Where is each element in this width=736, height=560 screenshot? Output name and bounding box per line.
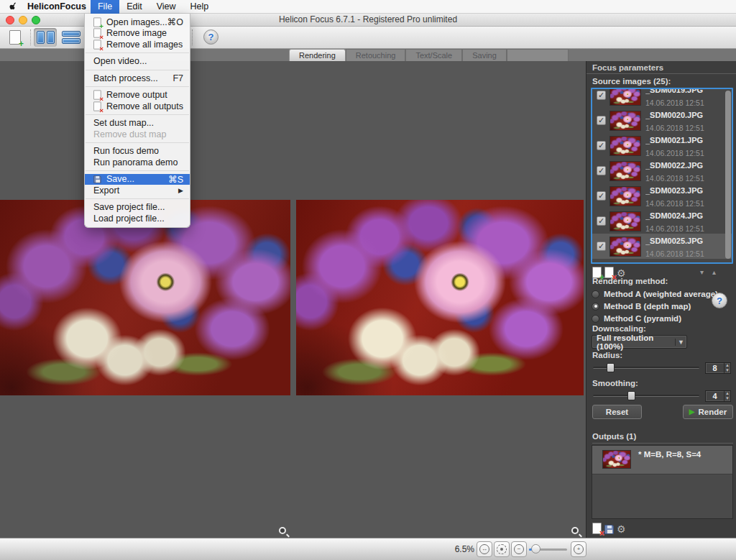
spin-up-icon[interactable]: ▲ (724, 391, 730, 396)
checkbox-checked[interactable]: ✓ (597, 166, 606, 175)
menu-item-run-panorama-demo[interactable]: Run panorama demo (85, 157, 190, 168)
gear-icon[interactable]: ⚙ (617, 524, 626, 534)
source-image-row[interactable]: ✓ _SDM0021.JPG 14.06.2018 12:51 (592, 133, 732, 158)
tab-rendering[interactable]: Rendering (289, 49, 346, 61)
save-icon (93, 175, 101, 183)
source-image-row-selected[interactable]: ✓ _SDM0025.JPG 14.06.2018 12:51 (592, 234, 732, 259)
image-date: 14.06.2018 12:51 (645, 224, 704, 233)
menu-item-open-video[interactable]: Open video... (85, 56, 190, 68)
layout-rows-button[interactable] (60, 28, 83, 47)
menu-item-run-focus-demo[interactable]: Run focus demo (85, 146, 190, 157)
checkbox-checked[interactable]: ✓ (597, 141, 606, 150)
checkbox-checked[interactable]: ✓ (597, 91, 606, 100)
source-image-row[interactable]: ✓ _SDM0019.JPG 14.06.2018 12:51 (592, 88, 732, 108)
two-columns-icon (37, 31, 55, 44)
menu-view[interactable]: View (150, 0, 183, 14)
checkbox-checked[interactable]: ✓ (597, 216, 606, 226)
spin-up-icon[interactable]: ▲ (724, 363, 730, 368)
menu-item-export[interactable]: Export ▶ (85, 185, 190, 196)
zoom-out-button[interactable]: − (511, 541, 527, 557)
menu-app-name[interactable]: HeliconFocus (27, 1, 86, 12)
apple-menu-icon[interactable] (9, 1, 19, 12)
menu-separator (86, 198, 189, 199)
layout-columns-button[interactable] (34, 28, 57, 47)
render-button[interactable]: ▶ Render (683, 405, 733, 419)
source-images-list[interactable]: ✓ _SDM0019.JPG 14.06.2018 12:51 ✓ _SDM00… (591, 88, 733, 264)
result-image-view[interactable] (296, 200, 584, 395)
source-image-row[interactable]: ✓ _SDM0024.JPG 14.06.2018 12:51 (592, 208, 732, 234)
menu-bar: HeliconFocus File Edit View Help (0, 0, 736, 14)
method-a-radio[interactable]: Method A (weighted average) (592, 289, 718, 299)
save-output-icon[interactable] (604, 525, 614, 534)
submenu-arrow-icon: ▶ (178, 187, 183, 194)
spin-down-icon[interactable]: ▼ (724, 396, 730, 401)
menu-edit[interactable]: Edit (119, 0, 150, 14)
image-date: 14.06.2018 12:51 (645, 98, 704, 107)
smoothing-label: Smoothing: (592, 379, 638, 387)
rendering-method-label: Rendering method: (592, 277, 668, 285)
menu-help[interactable]: Help (183, 0, 216, 14)
image-thumbnail (610, 88, 641, 106)
chevron-down-icon[interactable]: ▾ (700, 269, 704, 276)
select-arrow-icon[interactable]: ▼ (675, 339, 686, 346)
smoothing-slider-thumb[interactable] (627, 391, 635, 400)
menu-item-remove-all-images[interactable]: Remove all images (85, 39, 190, 50)
zoom-in-button[interactable]: + (571, 541, 586, 557)
output-row[interactable]: * M=B, R=8, S=4 (592, 446, 732, 474)
tab-saving[interactable]: Saving (462, 49, 507, 61)
menu-item-save[interactable]: Save... ⌘S (85, 174, 190, 185)
menu-item-batch-process[interactable]: Batch process... F7 (85, 73, 190, 84)
spin-down-icon[interactable]: ▼ (724, 368, 730, 373)
menu-item-save-project-file[interactable]: Save project file... (85, 202, 190, 214)
smoothing-spinbox[interactable]: 4 ▲▼ (705, 390, 731, 402)
menu-item-open-images[interactable]: Open images... ⌘O (85, 17, 190, 28)
menu-item-remove-output[interactable]: Remove output (85, 90, 190, 101)
menu-item-remove-image[interactable]: Remove image (85, 28, 190, 40)
close-window-button[interactable] (6, 16, 14, 24)
outputs-list: * M=B, R=8, S=4 (592, 445, 733, 519)
source-image-row[interactable]: ✓ _SDM0022.JPG 14.06.2018 12:51 (592, 158, 732, 183)
menu-file[interactable]: File (91, 0, 119, 14)
fit-screen-icon (497, 544, 507, 554)
file-menu: Open images... ⌘O Remove image Remove al… (84, 14, 190, 228)
plus-icon: + (574, 544, 584, 554)
radius-slider-thumb[interactable] (607, 363, 615, 372)
method-b-radio[interactable]: Method B (depth map) (592, 301, 691, 311)
remove-output-icon[interactable] (592, 523, 602, 534)
minimize-window-button[interactable] (19, 16, 27, 24)
zoom-actual-size-button[interactable]: ↔ (477, 541, 492, 557)
radio-selected-icon[interactable] (592, 303, 599, 311)
checkbox-checked[interactable]: ✓ (597, 116, 606, 125)
two-rows-icon (62, 31, 80, 44)
reset-button[interactable]: Reset (592, 405, 642, 419)
smoothing-slider[interactable] (593, 395, 699, 397)
menu-item-remove-all-outputs[interactable]: Remove all outputs (85, 101, 190, 112)
source-images-title: Source images (25): (592, 77, 671, 86)
radio-icon[interactable] (592, 290, 599, 298)
method-c-radio[interactable]: Method C (pyramid) (592, 313, 681, 323)
open-images-button[interactable] (4, 28, 26, 47)
image-date: 14.06.2018 12:51 (645, 124, 704, 132)
checkbox-checked[interactable]: ✓ (597, 191, 606, 201)
checkbox-checked[interactable]: ✓ (597, 242, 606, 251)
focus-parameters-panel: Focus parameters Source images (25): ✓ _… (586, 61, 736, 538)
downscaling-select[interactable]: Full resolution (100%) ▼ (592, 335, 687, 349)
help-button-panel[interactable]: ? (712, 293, 727, 308)
tab-text-scale[interactable]: Text/Scale (405, 49, 462, 61)
help-button[interactable]: ? (203, 29, 218, 45)
zoom-window-button[interactable] (32, 16, 40, 24)
source-image-view[interactable] (0, 200, 290, 395)
image-name: _SDM0024.JPG (645, 211, 703, 220)
chevron-up-icon[interactable]: ▴ (712, 269, 716, 276)
source-image-row[interactable]: ✓ _SDM0023.JPG 14.06.2018 12:51 (592, 183, 732, 208)
menu-item-set-dust-map[interactable]: Set dust map... (85, 118, 190, 129)
radius-spinbox[interactable]: 8 ▲▼ (705, 362, 731, 374)
zoom-fit-button[interactable] (494, 541, 510, 557)
image-thumbnail (610, 111, 641, 131)
zoom-slider-thumb[interactable] (531, 544, 540, 554)
menu-item-load-project-file[interactable]: Load project file... (85, 213, 190, 224)
radio-icon[interactable] (592, 315, 599, 323)
tab-retouching[interactable]: Retouching (346, 49, 406, 61)
list-scrollbar[interactable] (725, 91, 731, 259)
source-image-row[interactable]: ✓ _SDM0020.JPG 14.06.2018 12:51 (592, 108, 732, 133)
